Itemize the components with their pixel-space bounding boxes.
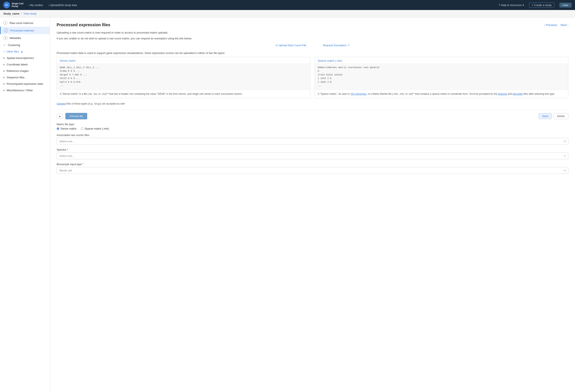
species-label: Species * [57, 148, 568, 151]
upload-raw-count-link[interactable]: ⊙ Upload Raw Count File [275, 44, 306, 47]
plus-icon: + [3, 50, 5, 53]
breadcrumb: Study_name / View study [0, 10, 575, 18]
biosample-group: Biosample input type * Whole cell [57, 163, 568, 174]
gzipped-link[interactable]: Gzipped [57, 102, 66, 105]
features-link[interactable]: features [498, 93, 507, 95]
sidebar-item-label-raw-count: Raw count matrices [10, 22, 33, 24]
chevron-up-icon: ▲ [21, 50, 23, 53]
save-button[interactable]: Save [539, 113, 552, 119]
support-text: Processed matrix data is used to support… [57, 51, 568, 55]
sidebar-item-misc[interactable]: Miscellaneous / Other [0, 87, 50, 94]
dot-icon [3, 57, 5, 59]
dot-icon [3, 70, 5, 72]
dot-icon [3, 64, 5, 65]
dense-radio-label: Dense matrix [61, 127, 77, 130]
sidebar-item-label-misc: Miscellaneous / Other [7, 89, 33, 92]
nav-help[interactable]: ? Help & resources ▾ [499, 3, 524, 7]
assoc-raw-counts-label: Associated raw counts files [57, 134, 568, 137]
other-files-label: Other files [7, 50, 19, 53]
biosample-label: Biosample input type * [57, 163, 568, 166]
sparse-radio-label: Sparse matrix (.mtx) [85, 127, 109, 130]
species-group: Species * Select one... [57, 148, 568, 159]
info-line-2: If you are unable or do not wish to uplo… [57, 36, 568, 41]
sidebar-item-num-3: 3 [3, 36, 7, 40]
nav-create-study[interactable]: + Create a study [529, 2, 554, 8]
request-exemption-link[interactable]: Request Exemption ↗ [323, 44, 350, 47]
dot-icon [3, 77, 5, 78]
matrix-cards: Dense matrix GENE CELL_1 CELL_2 CELL_3 .… [57, 57, 568, 98]
page-title: Processed expression files [57, 23, 110, 27]
upload-section: ▲ Choose file Save Delete Matrix file ty… [57, 109, 568, 174]
radio-group: Dense matrix Sparse matrix (.mtx) [57, 127, 568, 130]
sidebar-item-label-sequence: Sequence files [7, 76, 24, 79]
assoc-raw-counts-group: Associated raw counts files Select one..… [57, 134, 568, 145]
logo-icon: SC [3, 2, 10, 8]
layout: 1 Raw count matrices 2 Processed matrice… [0, 18, 575, 391]
sidebar-item-coordinate[interactable]: Coordinate labels [0, 61, 50, 68]
dense-radio-option[interactable]: Dense matrix [57, 127, 77, 130]
upload-row: ▲ Choose file Save Delete [57, 113, 568, 119]
dense-matrix-title: Dense matrix [57, 57, 310, 64]
matrix-file-type-group: Matrix file type: Dense matrix Sparse ma… [57, 123, 568, 130]
sidebar-item-label-precomputed: Precomputed expression stats [7, 82, 43, 85]
sidebar-item-label-spatial: Spatial transcriptomics [7, 56, 34, 60]
sparse-matrix-desc: A "Sparse matrix," as seen in 10x Genomi… [315, 90, 568, 98]
species-select[interactable]: Select one... [57, 152, 568, 159]
sparse-radio-option[interactable]: Sparse matrix (.mtx) [81, 127, 109, 130]
nav-my-studies[interactable]: › My studies [28, 3, 43, 7]
check-icon: ✓ [3, 43, 6, 47]
sparse-matrix-code: %%MatrixMarket matrix coordinate real ge… [315, 64, 568, 90]
sparse-matrix-title: Sparse matrix (.mtx) [315, 57, 568, 64]
sidebar-item-num-1: 1 [3, 21, 7, 25]
sidebar-item-label-coordinate: Coordinate labels [7, 63, 28, 66]
matrix-file-type-label: Matrix file type: [57, 123, 568, 126]
top-nav: SC Single Cell Portal › My studies › Upl… [0, 0, 575, 10]
dense-matrix-desc: A "Dense matrix" is a file (.txt, .tsv, … [57, 90, 310, 98]
dense-radio[interactable] [57, 127, 59, 130]
view-study-link[interactable]: View study [24, 12, 37, 15]
biosample-select[interactable]: Whole cell [57, 167, 568, 174]
barcodes-link[interactable]: barcodes [513, 93, 523, 95]
dense-matrix-code: GENE CELL_1 CELL_2 CELL_3 ... It2ma 0 0 … [57, 64, 310, 90]
assoc-raw-counts-select[interactable]: Select one... [57, 138, 568, 145]
gzip-rest: files of these types (e.g. .txt.gz) are … [67, 102, 125, 105]
sidebar-item-label-processed: Processed matrices [10, 29, 34, 32]
action-buttons: Save Delete [539, 113, 568, 119]
next-button[interactable]: Next › [561, 23, 568, 27]
main-content: Processed expression files ‹ Previous Ne… [50, 18, 575, 391]
gzip-text: Gzipped files of these types (e.g. .txt.… [57, 102, 568, 105]
sidebar-item-spatial[interactable]: Spatial transcriptomics [0, 55, 50, 61]
logo-text: Single Cell Portal [12, 2, 23, 8]
sidebar: 1 Raw count matrices 2 Processed matrice… [0, 18, 50, 391]
10x-genomics-link[interactable]: 10x Genomics [351, 93, 367, 95]
sidebar-item-precomputed[interactable]: Precomputed expression stats [0, 81, 50, 87]
logo: SC Single Cell Portal [3, 2, 23, 8]
previous-button[interactable]: ‹ Previous [544, 23, 557, 27]
sidebar-item-clustering[interactable]: ✓ Clustering [0, 42, 50, 48]
sidebar-item-label-reference: Reference images [7, 69, 29, 73]
collapse-button[interactable]: ▲ [57, 114, 63, 119]
sidebar-item-sequence[interactable]: Sequence files [0, 74, 50, 81]
sidebar-item-raw-count[interactable]: 1 Raw count matrices [0, 19, 50, 27]
sidebar-item-num-2: 2 [4, 28, 8, 32]
dot-icon [3, 83, 5, 85]
nav-upload-edit[interactable]: › Upload/Edit study data [48, 3, 77, 7]
page-header: Processed expression files ‹ Previous Ne… [57, 23, 568, 27]
action-links: ⊙ Upload Raw Count File Request Exemptio… [57, 44, 568, 47]
nav-user: User [559, 3, 572, 7]
dense-matrix-card: Dense matrix GENE CELL_1 CELL_2 CELL_3 .… [57, 57, 311, 98]
info-line-1: Uploading a raw count matrix is now requ… [57, 31, 568, 35]
sparse-radio[interactable] [81, 127, 83, 130]
sidebar-other-files-header[interactable]: + Other files ▲ [0, 48, 50, 55]
sidebar-item-label-metadata: Metadata [10, 36, 21, 40]
delete-button[interactable]: Delete [553, 113, 568, 119]
page-nav-buttons: ‹ Previous Next › [544, 23, 568, 27]
sidebar-item-reference-images[interactable]: Reference images [0, 68, 50, 74]
dot-icon [3, 90, 5, 91]
sparse-matrix-card: Sparse matrix (.mtx) %%MatrixMarket matr… [314, 57, 568, 98]
sidebar-item-metadata[interactable]: 3 Metadata [0, 34, 50, 42]
sidebar-item-label-clustering: Clustering [8, 44, 20, 47]
choose-file-button[interactable]: Choose file [65, 113, 87, 119]
study-name: Study_name [3, 12, 19, 15]
sidebar-item-processed[interactable]: 2 Processed matrices [0, 27, 50, 34]
